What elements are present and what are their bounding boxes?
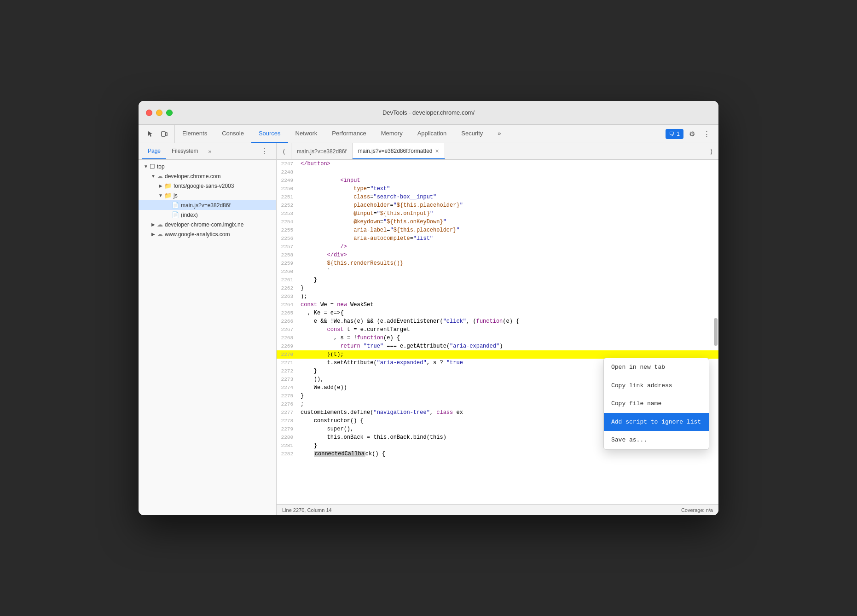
svg-rect-1 <box>166 133 167 136</box>
tab-security[interactable]: Security <box>454 125 490 143</box>
code-line-2247: 2247 </button> <box>277 160 718 168</box>
code-line-2260: 2260 ` <box>277 267 718 276</box>
tab-application[interactable]: Application <box>410 125 454 143</box>
tree-item-developer-chrome[interactable]: ▼ ☁ developer.chrome.com <box>139 171 276 181</box>
tab-mainjs-formatted[interactable]: main.js?v=e382d86f:formatted × <box>353 143 445 159</box>
code-line-2282: 2282 connectedCallback() { <box>277 450 718 458</box>
toolbar-icons <box>140 125 175 143</box>
tab-network[interactable]: Network <box>288 125 325 143</box>
scroll-indicator[interactable] <box>714 318 718 346</box>
code-line-2256: 2256 aria-autocomplete="list" <box>277 234 718 243</box>
code-line-2266: 2266 e && !We.has(e) && (e.addEventListe… <box>277 317 718 325</box>
devtools-window: DevTools - developer.chrome.com/ Element… <box>139 101 718 515</box>
close-button[interactable] <box>146 110 152 116</box>
code-line-2258: 2258 </div> <box>277 251 718 259</box>
tab-elements[interactable]: Elements <box>175 125 214 143</box>
editor-panel: ⟨ main.js?v=e382d86f main.js?v=e382d86f:… <box>277 143 718 515</box>
tree-arrow-fonts: ▶ <box>157 183 164 188</box>
code-line-2262: 2262 } <box>277 284 718 292</box>
domain-icon-imgix: ☁ <box>157 221 163 228</box>
tree-label-fonts: fonts/google-sans-v2003 <box>174 183 234 189</box>
code-area[interactable]: 2247 </button> 2248 2249 <input 2250 <box>277 160 718 504</box>
devtools-tabs: Elements Console Sources Network Perform… <box>175 125 662 143</box>
traffic-lights <box>146 110 173 116</box>
tab-page[interactable]: Page <box>142 143 166 159</box>
code-line-2255: 2255 aria-label="${this.placeholder}" <box>277 226 718 234</box>
tab-filesystem[interactable]: Filesystem <box>166 143 203 159</box>
code-line-2264: 2264 const We = new WeakSet <box>277 301 718 309</box>
domain-icon-developer-chrome: ☁ <box>157 173 163 180</box>
editor-toggle-right[interactable]: ⟩ <box>704 143 718 159</box>
tab-mainjs-raw[interactable]: main.js?v=e382d86f <box>291 143 353 159</box>
device-toolbar-button[interactable] <box>158 128 171 140</box>
tree-label-imgix: developer-chrome-com.imgix.ne <box>165 221 243 228</box>
devtools-toolbar: Elements Console Sources Network Perform… <box>139 125 718 143</box>
tree-item-fonts[interactable]: ▶ 📁 fonts/google-sans-v2003 <box>139 181 276 191</box>
folder-icon-fonts: 📁 <box>164 182 172 189</box>
tree-arrow-analytics: ▶ <box>150 232 157 237</box>
settings-button[interactable]: ⚙ <box>685 128 698 140</box>
tree-item-imgix[interactable]: ▶ ☁ developer-chrome-com.imgix.ne <box>139 220 276 229</box>
code-line-2269: 2269 return "true" === e.getAttribute("a… <box>277 342 718 350</box>
code-line-2259: 2259 ${this.renderResults()} <box>277 259 718 267</box>
maximize-button[interactable] <box>166 110 173 116</box>
context-menu-item-save-as[interactable]: Save as... <box>604 431 709 449</box>
file-icon-index: 📄 <box>172 211 179 218</box>
tree-item-analytics[interactable]: ▶ ☁ www.google-analytics.com <box>139 229 276 239</box>
toolbar-right: 🗨 1 ⚙ ⋮ <box>662 125 717 143</box>
more-options-button[interactable]: ⋮ <box>700 128 713 140</box>
svg-rect-0 <box>162 132 165 136</box>
tree-label-analytics: www.google-analytics.com <box>165 231 230 238</box>
context-menu-item-copy-filename[interactable]: Copy file name <box>604 395 709 413</box>
tree-item-top[interactable]: ▼ ☐ top <box>139 162 276 171</box>
context-menu-item-ignore-list[interactable]: Add script to ignore list <box>604 413 709 431</box>
code-line-2250: 2250 type="text" <box>277 185 718 193</box>
sources-tab-more[interactable]: » <box>205 148 214 155</box>
sources-tabs: Page Filesystem » ⋮ <box>139 143 276 160</box>
tree-item-index[interactable]: 📄 (index) <box>139 210 276 220</box>
notification-badge[interactable]: 🗨 1 <box>666 129 683 139</box>
minimize-button[interactable] <box>156 110 162 116</box>
tree-item-js[interactable]: ▼ 📁 js <box>139 191 276 200</box>
tree-arrow-top: ▼ <box>142 164 150 169</box>
context-menu-item-open-tab[interactable]: Open in new tab <box>604 358 709 377</box>
editor-position: Line 2270, Column 14 <box>282 507 332 513</box>
code-line-2254: 2254 @keydown="${this.onKeyDown}" <box>277 218 718 226</box>
tree-label-index: (index) <box>181 212 198 218</box>
select-tool-button[interactable] <box>144 128 157 140</box>
code-line-2248: 2248 <box>277 168 718 176</box>
badge-count: 1 <box>677 131 680 137</box>
tab-more[interactable]: » <box>490 125 508 143</box>
file-icon-mainjs: 📄 <box>172 202 179 209</box>
window-title: DevTools - developer.chrome.com/ <box>382 109 475 116</box>
code-line-2261: 2261 } <box>277 276 718 284</box>
code-line-2251: 2251 class="search-box__input" <box>277 193 718 201</box>
code-line-2253: 2253 @input="${this.onInput}" <box>277 209 718 218</box>
tab-sources[interactable]: Sources <box>251 125 288 143</box>
tree-arrow-imgix: ▶ <box>150 222 157 227</box>
tree-item-mainjs[interactable]: 📄 main.js?v=e382d86f <box>139 200 276 210</box>
context-menu: Open in new tab Copy link address Copy f… <box>603 358 709 450</box>
code-line-2268: 2268 , s = !function(e) { <box>277 334 718 342</box>
tab-close-icon[interactable]: × <box>435 148 439 154</box>
sources-menu-button[interactable]: ⋮ <box>258 145 271 158</box>
folder-icon-js: 📁 <box>164 192 172 199</box>
sources-tree: ▼ ☐ top ▼ ☁ developer.chrome.com ▶ 📁 fon… <box>139 160 276 515</box>
editor-toggle-left[interactable]: ⟨ <box>277 143 291 159</box>
tab-performance[interactable]: Performance <box>324 125 373 143</box>
editor-statusbar: Line 2270, Column 14 Coverage: n/a <box>277 504 718 515</box>
tree-arrow-developer-chrome: ▼ <box>150 174 157 179</box>
editor-coverage: Coverage: n/a <box>681 507 713 513</box>
code-line-2265: 2265 , Ke = e=>{ <box>277 309 718 317</box>
editor-tabs: ⟨ main.js?v=e382d86f main.js?v=e382d86f:… <box>277 143 718 160</box>
tab-memory[interactable]: Memory <box>374 125 410 143</box>
folder-icon-top: ☐ <box>150 163 155 170</box>
title-bar: DevTools - developer.chrome.com/ <box>139 101 718 125</box>
code-line-2267: 2267 const t = e.currentTarget <box>277 325 718 334</box>
code-line-2249: 2249 <input <box>277 176 718 185</box>
context-menu-item-copy-link[interactable]: Copy link address <box>604 377 709 395</box>
tree-arrow-js: ▼ <box>157 193 164 198</box>
devtools-main: Page Filesystem » ⋮ ▼ ☐ top ▼ <box>139 143 718 515</box>
domain-icon-analytics: ☁ <box>157 231 163 238</box>
tab-console[interactable]: Console <box>214 125 251 143</box>
